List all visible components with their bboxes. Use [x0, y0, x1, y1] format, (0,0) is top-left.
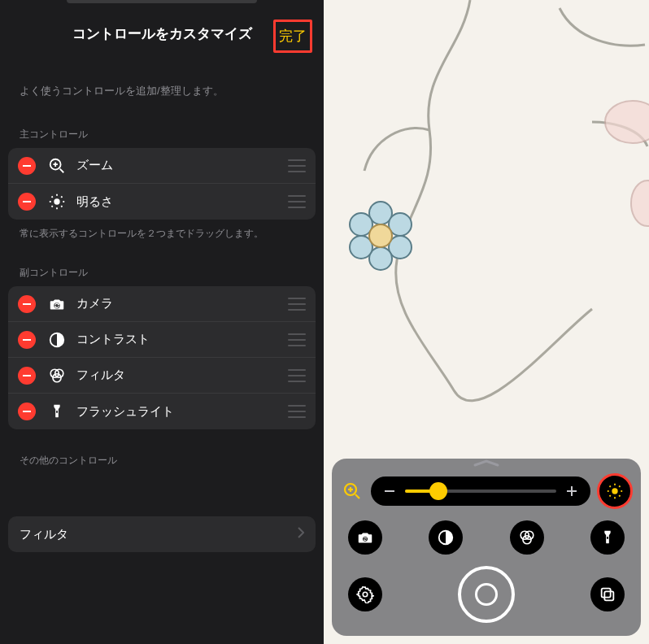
- remove-button[interactable]: [18, 367, 36, 385]
- control-tray: [332, 459, 641, 636]
- list-item-label: フィルタ: [76, 368, 288, 383]
- flashlight-icon: [47, 402, 67, 421]
- zoom-in-icon: [340, 479, 364, 503]
- svg-rect-51: [602, 589, 611, 598]
- list-item[interactable]: フラッシュライト: [8, 394, 316, 429]
- done-button[interactable]: 完了: [273, 20, 312, 53]
- list-item-label: フラッシュライト: [76, 404, 288, 420]
- drag-handle-icon[interactable]: [288, 369, 306, 382]
- svg-line-10: [61, 206, 62, 207]
- contrast-icon: [47, 330, 67, 350]
- chevron-right-icon: [298, 527, 304, 542]
- zoom-slider[interactable]: [371, 476, 590, 506]
- list-item[interactable]: 明るさ: [8, 184, 316, 220]
- contrast-button[interactable]: [429, 520, 463, 555]
- svg-line-29: [355, 494, 359, 498]
- settings-title: コントロールをカスタマイズ: [72, 24, 252, 43]
- zoom-slider-row: [340, 473, 633, 509]
- svg-line-1: [60, 168, 64, 172]
- svg-line-43: [619, 485, 620, 486]
- list-item-label: コントラスト: [76, 332, 288, 347]
- brightness-button[interactable]: [597, 473, 633, 509]
- remove-button[interactable]: [18, 331, 36, 349]
- svg-point-35: [612, 488, 617, 494]
- list-item-label: ズーム: [76, 158, 288, 173]
- list-item-label: カメラ: [76, 296, 288, 311]
- slider-thumb[interactable]: [429, 482, 447, 500]
- plus-icon[interactable]: [564, 484, 579, 498]
- tray-grabber-icon[interactable]: [472, 457, 501, 472]
- svg-line-11: [51, 206, 52, 207]
- bottom-controls-row: [340, 555, 633, 626]
- filters-icon: [47, 366, 67, 385]
- main-controls-label: 主コントロール: [0, 103, 324, 148]
- drag-handle-icon[interactable]: [288, 298, 306, 311]
- svg-line-9: [51, 196, 52, 197]
- remove-button[interactable]: [18, 157, 36, 175]
- drag-handle-icon[interactable]: [288, 159, 306, 172]
- settings-gear-button[interactable]: [348, 577, 382, 611]
- shutter-inner-ring: [475, 583, 498, 606]
- flashlight-button[interactable]: [590, 520, 625, 555]
- remove-button[interactable]: [18, 402, 36, 420]
- drag-handle-icon[interactable]: [288, 195, 306, 208]
- other-controls-label: その他のコントロール: [0, 429, 324, 474]
- svg-line-40: [609, 485, 610, 486]
- remove-button[interactable]: [18, 193, 36, 211]
- list-item[interactable]: コントラスト: [8, 322, 316, 358]
- settings-header: コントロールをカスタマイズ 完了: [0, 0, 324, 51]
- svg-point-25: [369, 224, 392, 247]
- multiview-button[interactable]: [590, 577, 625, 611]
- svg-line-12: [61, 196, 62, 197]
- shutter-button[interactable]: [458, 566, 515, 623]
- list-item[interactable]: ズーム: [8, 148, 316, 184]
- svg-point-4: [54, 198, 59, 204]
- drag-handle-icon[interactable]: [288, 405, 306, 418]
- filters-nav-row[interactable]: フィルタ: [8, 516, 316, 552]
- remove-button[interactable]: [18, 295, 36, 313]
- sub-controls-list: カメラ コントラスト フィルタ フラッシュライト: [8, 286, 316, 429]
- svg-rect-52: [604, 591, 613, 600]
- svg-point-50: [363, 592, 368, 597]
- settings-panel: コントロールをカスタマイズ 完了 よく使うコントロールを追加/整理します。 主コ…: [0, 0, 324, 644]
- slider-track[interactable]: [405, 490, 556, 493]
- main-controls-list: ズーム 明るさ: [8, 148, 316, 220]
- camera-switch-button[interactable]: [348, 520, 382, 555]
- svg-rect-17: [56, 411, 58, 413]
- filters-nav-label: フィルタ: [20, 527, 298, 542]
- list-item-label: 明るさ: [76, 194, 288, 210]
- brightness-icon: [47, 192, 67, 211]
- sub-controls-label: 副コントロール: [0, 242, 324, 286]
- svg-line-42: [609, 495, 610, 496]
- secondary-controls-row: [340, 509, 633, 555]
- svg-line-41: [619, 495, 620, 496]
- camera-switch-icon: [47, 294, 67, 314]
- main-drag-hint: 常に表示するコントロールを２つまでドラッグします。: [0, 220, 324, 242]
- filters-button[interactable]: [510, 520, 544, 555]
- zoom-in-icon: [47, 156, 67, 176]
- minus-icon[interactable]: [382, 484, 397, 498]
- drag-handle-icon[interactable]: [288, 333, 306, 346]
- svg-rect-49: [607, 537, 608, 539]
- magnifier-viewfinder: [324, 0, 649, 644]
- list-item[interactable]: カメラ: [8, 286, 316, 322]
- intro-hint: よく使うコントロールを追加/整理します。: [0, 51, 324, 103]
- list-item[interactable]: フィルタ: [8, 358, 316, 394]
